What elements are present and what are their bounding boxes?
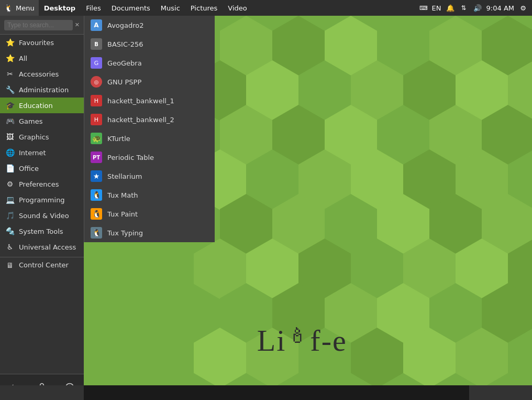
sidebar-item-label: Accessories [19, 70, 59, 78]
bottom-taskbar-left [0, 385, 84, 400]
graphics-icon: 🖼 [5, 132, 15, 142]
education-icon: 🎓 [5, 101, 15, 110]
search-input[interactable] [4, 20, 73, 30]
all-icon: ⭐ [5, 53, 15, 63]
universal-access-icon: ♿ [5, 242, 15, 252]
gnupspp-icon: ◎ [91, 76, 102, 88]
sidebar-item-preferences[interactable]: ⚙ Preferences [0, 176, 84, 192]
language-indicator: EN [432, 4, 441, 12]
avogadro2-icon: A [91, 19, 102, 31]
app-avogadro2[interactable]: A Avogadro2 [84, 16, 215, 35]
app-geogebra[interactable]: G GeoGebra [84, 53, 215, 72]
app-label: Tux Paint [107, 210, 138, 218]
sidebar-item-all[interactable]: ⭐ All [0, 50, 84, 66]
sidebar-item-universal-access[interactable]: ♿ Universal Access [0, 239, 84, 255]
tuxtyping-icon: 🐧 [91, 227, 102, 239]
kturtle-icon: 🐢 [91, 133, 102, 144]
preferences-icon: ⚙ [5, 179, 15, 189]
office-icon: 📄 [5, 164, 15, 173]
sidebar-item-label: Education [19, 102, 53, 110]
notifications-icon[interactable]: 🔔 [446, 3, 455, 13]
sidebar-item-office[interactable]: 📄 Office [0, 160, 84, 176]
education-submenu: A Avogadro2 B BASIC-256 G GeoGebra ◎ GNU… [84, 16, 215, 242]
app-label: Periodic Table [107, 154, 154, 161]
search-bar[interactable]: ✕ [0, 16, 84, 35]
app-label: GeoGebra [107, 59, 142, 67]
app-label: hackett_bankwell_1 [107, 97, 174, 105]
sidebar-item-label: Administration [19, 86, 69, 94]
app-label: Tux Math [107, 191, 138, 199]
taskbar-nav: Desktop Files Documents Music Pictures V… [39, 4, 415, 12]
search-clear-icon[interactable]: ✕ [75, 21, 80, 28]
app-gnu-pspp[interactable]: ◎ GNU PSPP [84, 72, 215, 91]
menu-panel: ✕ ⭐ Favourites ⭐ All ✂ Accessories 🔧 Adm… [0, 16, 84, 400]
sidebar-item-sound-video[interactable]: 🎵 Sound & Video [0, 208, 84, 223]
app-hackett-bankwell-1[interactable]: H hackett_bankwell_1 [84, 91, 215, 110]
taskbar-nav-video[interactable]: Video [223, 4, 252, 12]
sidebar-item-games[interactable]: 🎮 Games [0, 113, 84, 129]
programming-icon: 💻 [5, 195, 15, 204]
stellarium-icon: ★ [91, 170, 102, 182]
taskbar-nav-music[interactable]: Music [156, 4, 185, 12]
volume-icon[interactable]: 🔊 [473, 3, 482, 13]
hackett2-icon: H [91, 114, 102, 125]
sidebar-item-label: Games [19, 117, 42, 125]
sidebar-item-label: Internet [19, 149, 46, 157]
sidebar-item-label: Graphics [19, 133, 49, 141]
sidebar-item-label: Preferences [19, 180, 59, 188]
sidebar-item-graphics[interactable]: 🖼 Graphics [0, 129, 84, 145]
app-hackett-bankwell-2[interactable]: H hackett_bankwell_2 [84, 110, 215, 129]
taskbar-system: ⌨ EN 🔔 ⇅ 🔊 9:04 AM ⚙ [415, 3, 532, 13]
app-kturtle[interactable]: 🐢 KTurtle [84, 129, 215, 148]
app-label: Avogadro2 [107, 21, 144, 29]
favourites-icon: ⭐ [5, 38, 15, 47]
menu-text: Menu [16, 4, 35, 12]
games-icon: 🎮 [5, 116, 15, 126]
top-taskbar: 🐧 Desktop Menu Desktop Files Documents M… [0, 0, 532, 16]
app-tux-paint[interactable]: 🐧 Tux Paint [84, 204, 215, 223]
bottom-taskbar-right [469, 385, 532, 400]
menu-button[interactable]: 🐧 Desktop Menu [0, 0, 39, 16]
app-label: Stellarium [107, 172, 142, 180]
sidebar-item-label: System Tools [19, 228, 63, 235]
app-label: BASIC-256 [107, 40, 143, 48]
sidebar-item-label: Universal Access [19, 243, 76, 251]
app-basic256[interactable]: B BASIC-256 [84, 35, 215, 53]
accessories-icon: ✂ [5, 69, 15, 79]
sidebar-item-label: All [19, 55, 27, 62]
tuxpaint-icon: 🐧 [91, 208, 102, 220]
sidebar-item-programming[interactable]: 💻 Programming [0, 192, 84, 208]
network-icon[interactable]: ⇅ [459, 3, 469, 13]
geogebra-icon: G [91, 57, 102, 69]
bottom-taskbar [0, 385, 532, 400]
app-tux-typing[interactable]: 🐧 Tux Typing [84, 223, 215, 242]
settings-icon[interactable]: ⚙ [518, 3, 528, 13]
sidebar-item-label: Control Center [19, 261, 69, 269]
sidebar-item-education[interactable]: 🎓 Education [0, 98, 84, 113]
app-periodic-table[interactable]: PT Periodic Table [84, 148, 215, 167]
sidebar-item-accessories[interactable]: ✂ Accessories [0, 66, 84, 82]
sidebar-item-administration[interactable]: 🔧 Administration [0, 82, 84, 98]
taskbar-nav-pictures[interactable]: Pictures [185, 4, 223, 12]
sound-video-icon: 🎵 [5, 211, 15, 220]
tuxmath-icon: 🐧 [91, 189, 102, 201]
taskbar-nav-documents[interactable]: Documents [106, 4, 156, 12]
clock: 9:04 AM [486, 4, 514, 12]
sidebar-item-favourites[interactable]: ⭐ Favourites [0, 35, 84, 50]
internet-icon: 🌐 [5, 148, 15, 157]
app-stellarium[interactable]: ★ Stellarium [84, 167, 215, 186]
control-center-icon: 🖥 [5, 261, 15, 270]
sidebar-item-system-tools[interactable]: 🔩 System Tools [0, 223, 84, 239]
sidebar-item-internet[interactable]: 🌐 Internet [0, 145, 84, 160]
app-tux-math[interactable]: 🐧 Tux Math [84, 186, 215, 204]
administration-icon: 🔧 [5, 85, 15, 94]
sidebar-item-control-center[interactable]: 🖥 Control Center [0, 257, 84, 273]
sidebar-item-label: Office [19, 165, 39, 172]
taskbar-nav-desktop[interactable]: Desktop [39, 4, 81, 12]
brand-text: Li [257, 323, 286, 358]
taskbar-nav-files[interactable]: Files [81, 4, 106, 12]
periodic-icon: PT [91, 152, 102, 163]
sidebar-item-label: Programming [19, 196, 65, 204]
basic256-icon: B [91, 38, 102, 50]
app-label: GNU PSPP [107, 78, 141, 86]
